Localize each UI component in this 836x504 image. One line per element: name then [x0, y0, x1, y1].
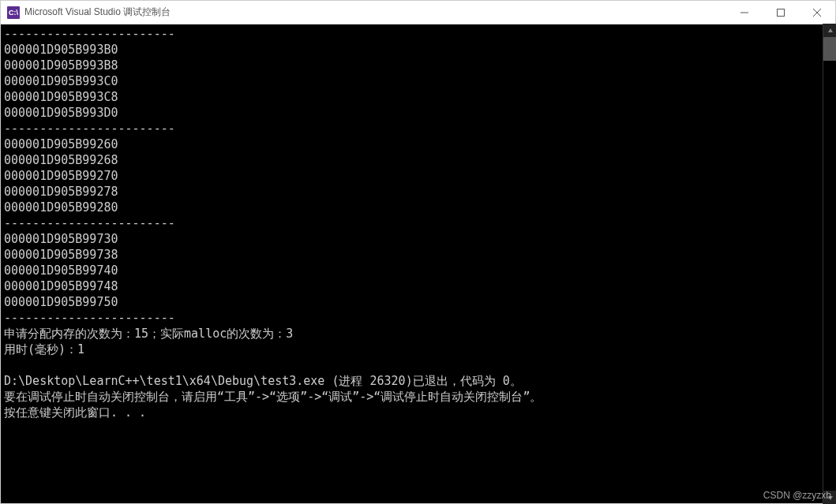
minimize-icon [740, 9, 748, 17]
close-prompt: 按任意键关闭此窗口. . . [4, 405, 146, 420]
close-button[interactable] [799, 1, 835, 24]
vertical-scrollbar[interactable] [823, 24, 836, 504]
svg-marker-4 [828, 28, 833, 32]
chevron-up-icon [827, 28, 834, 34]
address-line: 000001D905B99268 [4, 153, 118, 167]
window-frame: C:\ Microsoft Visual Studio 调试控制台 ------… [0, 0, 836, 504]
watermark: CSDN @zzyzxb [763, 490, 831, 501]
app-icon: C:\ [7, 6, 20, 19]
address-line: 000001D905B993C0 [4, 74, 118, 88]
separator: ------------------------ [4, 27, 175, 41]
scrollbar-up-button[interactable] [823, 24, 836, 37]
address-line: 000001D905B99748 [4, 279, 118, 293]
separator: ------------------------ [4, 216, 175, 230]
address-line: 000001D905B99738 [4, 248, 118, 262]
address-line: 000001D905B993C8 [4, 90, 118, 104]
titlebar[interactable]: C:\ Microsoft Visual Studio 调试控制台 [1, 1, 835, 24]
console-output[interactable]: ------------------------ 000001D905B993B… [1, 24, 835, 503]
time-line: 用时(毫秒)：1 [4, 342, 84, 357]
address-line: 000001D905B99730 [4, 232, 118, 246]
address-line: 000001D905B99740 [4, 263, 118, 278]
maximize-button[interactable] [763, 1, 799, 24]
maximize-icon [777, 9, 785, 17]
address-line: 000001D905B99278 [4, 185, 118, 199]
address-line: 000001D905B99750 [4, 295, 118, 309]
window-title: Microsoft Visual Studio 调试控制台 [24, 6, 726, 19]
address-line: 000001D905B99260 [4, 137, 118, 151]
address-line: 000001D905B993B8 [4, 58, 118, 73]
separator: ------------------------ [4, 121, 175, 136]
exit-line: D:\Desktop\LearnC++\test1\x64\Debug\test… [4, 374, 522, 388]
hint-line: 要在调试停止时自动关闭控制台，请启用“工具”->“选项”->“调试”->“调试停… [4, 390, 542, 404]
scrollbar-track[interactable] [823, 37, 836, 491]
address-line: 000001D905B993D0 [4, 106, 118, 120]
scrollbar-thumb[interactable] [823, 37, 836, 61]
address-line: 000001D905B99270 [4, 169, 118, 183]
separator: ------------------------ [4, 311, 175, 325]
address-line: 000001D905B993B0 [4, 43, 118, 57]
close-icon [813, 9, 821, 17]
window-controls [726, 1, 835, 24]
minimize-button[interactable] [726, 1, 763, 24]
summary-line: 申请分配内存的次数为：15；实际malloc的次数为：3 [4, 327, 293, 341]
address-line: 000001D905B99280 [4, 200, 118, 215]
svg-rect-1 [778, 9, 785, 16]
